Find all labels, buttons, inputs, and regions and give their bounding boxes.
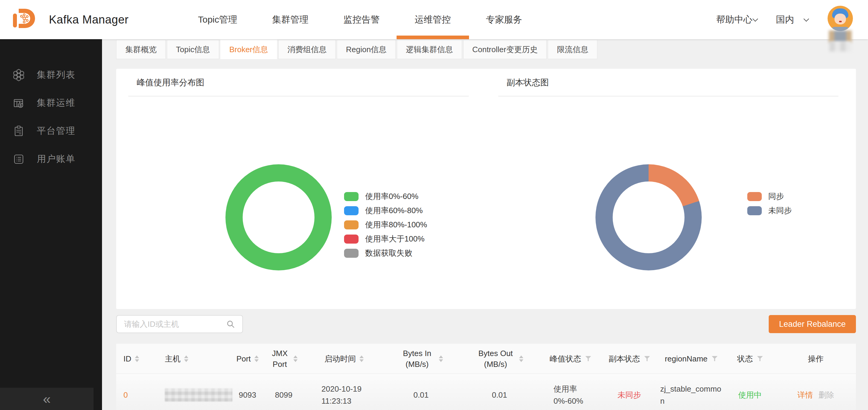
column-label: regionName xyxy=(665,353,708,364)
search-box xyxy=(116,315,243,333)
avatar[interactable] xyxy=(828,6,853,31)
nav-item-2[interactable]: 监控告警 xyxy=(326,0,397,39)
column-header-1: 主机 xyxy=(148,344,232,374)
nav-item-label: 专家服务 xyxy=(486,13,522,26)
cell-value: 0.01 xyxy=(413,389,429,401)
chevron-down-icon xyxy=(803,16,809,22)
column-header-2: Port xyxy=(232,344,262,374)
avatar-face xyxy=(835,13,846,25)
cell-value: 9093 xyxy=(239,389,256,401)
column-header-0: ID xyxy=(116,344,148,374)
collapse-left-icon: « xyxy=(43,392,51,406)
sort-icon[interactable] xyxy=(439,355,443,362)
column-label: 状态 xyxy=(737,353,753,364)
sort-asc-icon xyxy=(135,355,139,358)
sort-asc-icon xyxy=(254,355,259,358)
filter-icon[interactable] xyxy=(644,356,650,361)
sidebar-item-3[interactable]: 用户账单 xyxy=(0,145,102,173)
search-input[interactable] xyxy=(116,315,243,333)
help-center-label: 帮助中心 xyxy=(716,13,752,26)
sidebar-item-label: 集群列表 xyxy=(37,69,75,81)
tab-6[interactable]: Controller变更历史 xyxy=(463,40,547,59)
column-header-4: 启动时间 xyxy=(305,344,383,374)
nav-item-3[interactable]: 运维管控 xyxy=(397,0,468,39)
legend-item[interactable]: 未同步 xyxy=(747,204,792,218)
tab-1[interactable]: Topic信息 xyxy=(167,40,219,59)
sort-icon[interactable] xyxy=(184,355,188,362)
cell-value[interactable]: 0 xyxy=(123,389,128,401)
legend-swatch xyxy=(344,206,359,215)
sort-icon[interactable] xyxy=(360,355,364,362)
sort-icon[interactable] xyxy=(254,355,259,362)
charts-card: 峰值使用率分布图使用率0%-60%使用率60%-80%使用率80%-100%使用… xyxy=(116,69,856,309)
tab-4[interactable]: Region信息 xyxy=(337,40,395,59)
legend-item[interactable]: 同步 xyxy=(747,189,792,204)
legend-label: 使用率大于100% xyxy=(365,234,425,244)
donut-chart-1 xyxy=(595,164,702,270)
sidebar-item-2[interactable]: 平台管理 xyxy=(0,117,102,145)
column-header-6: Bytes Out (MB/s) xyxy=(459,344,540,374)
bytes-in-cell: 0.01 xyxy=(383,374,459,410)
cell-value: 8099 xyxy=(275,389,292,401)
column-header-8: 副本状态 xyxy=(600,344,658,374)
legend-item[interactable]: 数据获取失败 xyxy=(344,246,427,260)
start-time-cell: 2020-10-19 11:23:13 xyxy=(305,374,383,410)
tab-0[interactable]: 集群概览 xyxy=(116,40,166,59)
leader-rebalance-button[interactable]: Leader Rebalance xyxy=(769,315,856,333)
sidebar-item-1[interactable]: 集群运维 xyxy=(0,89,102,117)
sort-desc-icon xyxy=(293,360,298,362)
help-center-menu[interactable]: 帮助中心 xyxy=(716,13,757,26)
nav-item-1[interactable]: 集群管理 xyxy=(255,0,326,39)
tab-3[interactable]: 消费组信息 xyxy=(278,40,336,59)
redacted-host-blur xyxy=(165,388,232,402)
region-menu[interactable]: 国内 xyxy=(776,13,808,26)
legend-swatch xyxy=(344,220,359,230)
sort-asc-icon xyxy=(439,355,443,358)
legend-item[interactable]: 使用率60%-80% xyxy=(344,204,427,218)
search-icon[interactable] xyxy=(227,320,235,328)
sort-desc-icon xyxy=(135,360,139,362)
legend-item[interactable]: 使用率大于100% xyxy=(344,232,427,246)
tab-label: Broker信息 xyxy=(229,44,268,55)
chart-panel-0: 峰值使用率分布图使用率0%-60%使用率60%-80%使用率80%-100%使用… xyxy=(116,69,486,309)
row-action-disabled[interactable]: 删除 xyxy=(818,389,834,401)
column-header-7: 峰值状态 xyxy=(540,344,600,374)
legend-label: 使用率60%-80% xyxy=(365,205,423,216)
jmx-port-cell: 8099 xyxy=(262,374,305,410)
chart-legend: 同步未同步 xyxy=(747,189,792,218)
sidebar-collapse-button[interactable]: « xyxy=(0,388,94,410)
column-header-11: 操作 xyxy=(776,344,856,374)
tab-5[interactable]: 逻辑集群信息 xyxy=(397,40,462,59)
tab-label: 限流信息 xyxy=(557,44,588,55)
tab-2[interactable]: Broker信息 xyxy=(220,40,277,59)
legend-item[interactable]: 使用率0%-60% xyxy=(344,189,427,204)
navbar-right: 帮助中心 国内 xyxy=(716,8,868,31)
row-action-primary[interactable]: 详情 xyxy=(797,389,813,401)
column-label: 操作 xyxy=(808,353,824,364)
tab-label: Region信息 xyxy=(346,44,386,55)
sort-icon[interactable] xyxy=(293,355,298,362)
table-body: 0909380992020-10-19 11:23:130.010.01使用率0… xyxy=(116,374,856,410)
region-name-cell: zj_stable_common xyxy=(658,374,724,410)
bytes-out-cell: 0.01 xyxy=(459,374,540,410)
filter-icon[interactable] xyxy=(586,356,591,361)
legend-swatch xyxy=(344,192,359,201)
nav-item-0[interactable]: Topic管理 xyxy=(181,0,255,39)
toolbar: Leader Rebalance xyxy=(116,315,856,333)
replica-status-cell: 未同步 xyxy=(600,374,658,410)
main-content: 集群概览Topic信息Broker信息消费组信息Region信息逻辑集群信息Co… xyxy=(102,39,868,410)
sort-asc-icon xyxy=(184,355,188,358)
cell-value: 使用中 xyxy=(738,389,762,401)
filter-icon[interactable] xyxy=(757,356,763,361)
sort-icon[interactable] xyxy=(135,355,139,362)
chart-title-divider xyxy=(498,96,839,97)
legend-swatch xyxy=(747,192,762,201)
kafka-manager-logo-icon xyxy=(11,6,38,33)
tab-7[interactable]: 限流信息 xyxy=(548,40,597,59)
sidebar-item-0[interactable]: 集群列表 xyxy=(0,61,102,89)
filter-icon[interactable] xyxy=(712,356,717,361)
nav-item-4[interactable]: 专家服务 xyxy=(468,0,539,39)
sort-icon[interactable] xyxy=(519,355,523,362)
legend-item[interactable]: 使用率80%-100% xyxy=(344,218,427,232)
chart-panel-1: 副本状态图同步未同步 xyxy=(486,69,856,309)
